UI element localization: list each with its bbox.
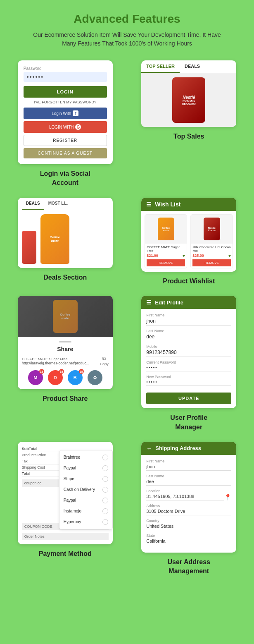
hamburger-icon[interactable]: ☰: [146, 201, 152, 208]
back-arrow-icon[interactable]: ←: [146, 445, 152, 452]
wishlist-item-2: NestléCocoa Milk Chocolate Hot Cocoa Mix…: [190, 214, 233, 268]
sa-address-field: Address 3105 Doctors Drive: [146, 504, 231, 515]
register-button[interactable]: REGISTER: [24, 135, 107, 146]
pm-cod-radio[interactable]: [102, 487, 108, 493]
heart-icon-1[interactable]: ♥: [183, 254, 185, 258]
share-badge-m: 18: [39, 369, 44, 374]
products-price-label: Products Price: [22, 453, 46, 457]
ep-current-pwd-value[interactable]: •••••: [146, 365, 231, 371]
share-icon-b[interactable]: B 18: [68, 370, 83, 385]
sa-country-field: Country United States: [146, 519, 231, 530]
pm-paypal-radio[interactable]: [102, 465, 108, 471]
ep-title: Edit Profile: [155, 299, 183, 306]
shipping-label: Shipping Cost: [22, 465, 45, 469]
pm-paypal2-radio[interactable]: [102, 498, 108, 503]
remove-btn-1[interactable]: REMOVE: [147, 259, 185, 266]
edit-profile-mockup: ☰ Edit Profile First Name jhon Last Name…: [141, 296, 236, 408]
ep-current-pwd-field: Current Password •••••: [146, 360, 231, 371]
wishlist-item-2-price: $25.00: [192, 254, 204, 258]
facebook-icon: f: [73, 110, 78, 116]
google-login-button[interactable]: LOGIN WITH G: [24, 121, 107, 133]
google-text: LOGIN WITH: [49, 125, 74, 129]
login-screen: Password •••••• LOGIN I'VE FORGOTTEN MY …: [18, 60, 113, 164]
copy-button[interactable]: ⧉ Copy: [100, 356, 109, 366]
location-pin-icon[interactable]: 📍: [224, 494, 231, 500]
top-sales-mockup: TOP SELLER DEALS Nestlé Rich MilkChocola…: [141, 60, 236, 127]
nestle-logo: Nestlé: [182, 95, 196, 100]
deals-mockup: DEALS MOST LI... Coffeemate: [18, 198, 113, 268]
wishlist-item-2-name: Milk Chocolate Hot Cocoa Mix: [192, 245, 231, 253]
nestle-can-image: Nestlé Rich MilkChocolate: [172, 77, 205, 123]
deals-label: Deals Section: [43, 273, 87, 282]
pm-paypal2-label: Paypal: [64, 498, 76, 503]
wishlist-header: ☰ Wish List: [141, 198, 236, 211]
sa-location-field: Location 31.4451605, 73.101388 📍: [146, 489, 231, 500]
login-label: Login via SocialAccount: [40, 169, 90, 188]
pm-cod[interactable]: Cash on Delivery: [59, 484, 112, 495]
pm-instamojo-radio[interactable]: [102, 508, 108, 514]
pm-braintree-radio[interactable]: [102, 455, 108, 460]
ep-mobile-value[interactable]: 99123457890: [146, 350, 231, 357]
pm-cod-label: Cash on Delivery: [64, 487, 95, 492]
facebook-login-button[interactable]: Login With f: [24, 108, 107, 119]
edit-profile-screen: ☰ Edit Profile First Name jhon Last Name…: [141, 296, 236, 408]
ep-new-pwd-value[interactable]: •••••: [146, 380, 231, 386]
sa-lastname-value[interactable]: dee: [146, 479, 231, 486]
sa-state-value[interactable]: California: [146, 539, 231, 545]
share-label: Product Share: [43, 394, 88, 403]
ep-firstname-value[interactable]: jhon: [146, 318, 231, 326]
share-icon-m[interactable]: M 18: [28, 370, 43, 385]
sa-address-value[interactable]: 3105 Doctors Drive: [146, 509, 231, 515]
pm-braintree[interactable]: Braintree: [59, 452, 112, 463]
pm-instamojo-label: Instamojo: [64, 509, 81, 513]
pm-instamojo[interactable]: Instamojo: [59, 506, 112, 517]
sa-location-value[interactable]: 31.4451605, 73.101388: [146, 494, 224, 500]
nestle-small-img: NestléCocoa: [204, 218, 220, 240]
share-icon-d[interactable]: D 18: [48, 370, 63, 385]
remove-btn-2[interactable]: REMOVE: [192, 259, 231, 266]
pm-hyperpay-radio[interactable]: [102, 519, 108, 525]
forgot-password-link[interactable]: I'VE FORGOTTEN MY PASSWORD?: [24, 100, 107, 104]
ep-menu-icon[interactable]: ☰: [146, 299, 152, 306]
tab-top-seller[interactable]: TOP SELLER: [141, 60, 180, 73]
sa-country-value[interactable]: United States: [146, 524, 231, 530]
heart-icon-2[interactable]: ♥: [228, 254, 231, 258]
sa-location-label: Location: [146, 489, 231, 493]
sa-state-label: State: [146, 534, 231, 538]
pm-stripe-radio[interactable]: [102, 476, 108, 482]
tab-deals-active[interactable]: DEALS: [22, 198, 44, 210]
ep-lastname-value[interactable]: dee: [146, 334, 231, 341]
login-button[interactable]: LOGIN: [24, 86, 107, 98]
features-grid: Password •••••• LOGIN I'VE FORGOTTEN MY …: [8, 60, 246, 576]
wishlist-item-1-name: COFFEE MATE Sugar Free: [147, 245, 185, 253]
ep-body: First Name jhon Last Name dee Mobile 991…: [141, 309, 236, 408]
top-seller-screen: TOP SELLER DEALS Nestlé Rich MilkChocola…: [141, 60, 236, 127]
shipping-screen: ← Shipping Address First Name jhon Last …: [141, 442, 236, 553]
update-button[interactable]: UPDATE: [146, 393, 231, 404]
sa-body: First Name jhon Last Name dee Location 3…: [141, 455, 236, 553]
pm-stripe[interactable]: Stripe: [59, 474, 112, 484]
page-header: Advanced Features Our Ecommerce Solution…: [8, 12, 246, 48]
feature-edit-profile: ☰ Edit Profile First Name jhon Last Name…: [132, 296, 246, 432]
tab-most-liked[interactable]: MOST LI...: [44, 198, 73, 210]
pm-paypal[interactable]: Paypal: [59, 463, 112, 474]
coupon-label: coupon co...: [24, 481, 45, 485]
pm-hyperpay[interactable]: Hyperpay: [59, 517, 112, 527]
share-handle: [59, 341, 71, 342]
share-product-img: Coffeemate: [53, 300, 78, 333]
tab-deals[interactable]: DEALS: [180, 60, 205, 73]
wishlist-item-2-info: Milk Chocolate Hot Cocoa Mix $25.00 ♥ RE…: [191, 244, 233, 268]
pm-paypal-label: Paypal: [64, 466, 76, 470]
wishlist-item-1-info: COFFEE MATE Sugar Free $21.00 ♥ REMOVE: [145, 244, 187, 268]
ep-current-pwd-label: Current Password: [146, 360, 231, 364]
feature-login: Password •••••• LOGIN I'VE FORGOTTEN MY …: [8, 60, 122, 188]
pm-paypal2[interactable]: Paypal: [59, 495, 112, 506]
share-title: Share: [22, 346, 109, 352]
ep-firstname-field: First Name jhon: [146, 313, 231, 326]
share-icons-row: M 18 D 18 B 18 ⚙: [22, 370, 109, 385]
shipping-label: User AddressManagement: [168, 558, 210, 576]
sa-lastname-field: Last Name dee: [146, 474, 231, 486]
guest-button[interactable]: CONTINUE AS A GUEST: [24, 148, 107, 158]
sa-firstname-value[interactable]: jhon: [146, 464, 231, 471]
share-icon-settings[interactable]: ⚙: [88, 370, 102, 385]
